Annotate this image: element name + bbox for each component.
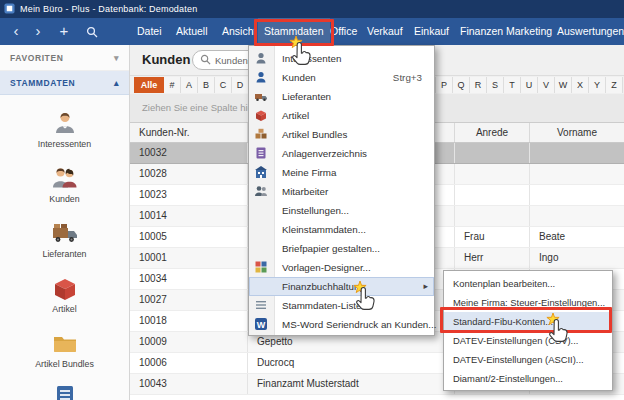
search-icon[interactable]	[82, 18, 102, 45]
menu-verkauf[interactable]: Verkauf	[361, 18, 409, 45]
menu-item-label: Vorlagen-Designer...	[282, 262, 371, 273]
ledger-icon	[254, 146, 268, 160]
menu-item-label: Artikel Bundles	[282, 129, 347, 140]
person-icon	[254, 51, 268, 65]
column-header-kundennr[interactable]: Kunden-Nr.	[130, 123, 248, 142]
cell-anrede: Frau	[455, 227, 530, 247]
sidebar-item-kunden[interactable]: Kunden	[0, 160, 129, 215]
alpha-filter-button[interactable]: X	[572, 77, 589, 93]
annotation-box-standard-fibu-konten	[440, 307, 612, 333]
building-icon	[254, 165, 268, 179]
alpha-filter-alle[interactable]: Alle	[134, 77, 164, 93]
submenu-item-datev-ascii[interactable]: DATEV-Einstellungen (ASCII)...	[444, 350, 612, 369]
cell-kundennr: 10006	[130, 353, 248, 373]
menu-item-artikel[interactable]: Artikel	[249, 106, 434, 125]
menu-item-stammdaten-listen[interactable]: Stammdaten-Listen	[249, 296, 434, 315]
app-icon	[4, 0, 15, 18]
menu-item-briefpapier-gestalten[interactable]: Briefpapier gestalten...	[249, 239, 434, 258]
column-header-anrede[interactable]: Anrede	[455, 123, 530, 142]
people-icon	[254, 184, 268, 198]
menu-item-finanzbuchhaltung[interactable]: Finanzbuchhaltung ▸	[249, 277, 434, 296]
sidebar-favorites-header[interactable]: FAVORITEN ▾	[0, 45, 129, 71]
sidebar-item-label: Artikel	[0, 304, 129, 314]
cell-kundennr: 10005	[130, 227, 248, 247]
menu-item-label: MS-Word Seriendruck an Kunden...	[282, 319, 436, 330]
menu-item-label: Einstellungen...	[282, 205, 349, 216]
alpha-filter-button[interactable]: #	[164, 77, 181, 93]
cell-vorname: Ingo	[530, 248, 624, 268]
truck-icon	[254, 89, 268, 103]
designer-icon	[254, 260, 268, 274]
alpha-filter-button[interactable]: V	[538, 77, 555, 93]
menu-item-label: Briefpapier gestalten...	[282, 243, 380, 254]
forward-icon[interactable]: ›	[28, 18, 48, 45]
menu-item-kunden[interactable]: Kunden Strg+3	[249, 68, 434, 87]
alpha-filter-button[interactable]: S	[487, 77, 504, 93]
cell-kundennr: 10027	[130, 290, 248, 310]
window-title: Mein Büro - Plus - Datenbank: Demodaten	[20, 4, 197, 14]
menu-item-lieferanten[interactable]: Lieferanten	[249, 87, 434, 106]
search-icon	[200, 51, 211, 69]
menu-item-meine-firma[interactable]: Meine Firma	[249, 163, 434, 182]
submenu-item-kontenplan[interactable]: Kontenplan bearbeiten...	[444, 274, 612, 293]
alpha-filter-button[interactable]: A	[181, 77, 198, 93]
cell-vorname	[530, 143, 624, 163]
alpha-filter-button[interactable]: C	[215, 77, 232, 93]
back-icon[interactable]: ‹	[6, 18, 26, 45]
sidebar-item-artikel[interactable]: Artikel	[0, 270, 129, 325]
list-icon	[254, 298, 268, 312]
menu-item-ms-word-seriendruck[interactable]: W MS-Word Seriendruck an Kunden...	[249, 315, 434, 334]
cell-anrede: Herr	[455, 248, 530, 268]
cell-anrede	[455, 206, 530, 226]
alpha-filter-button[interactable]: D	[232, 77, 249, 93]
cell-kundennr: 10028	[130, 164, 248, 184]
column-header-vorname[interactable]: Vorname	[530, 123, 624, 142]
alpha-filter-button[interactable]: U	[521, 77, 538, 93]
alpha-filter-button[interactable]: B	[198, 77, 215, 93]
submenu-item-datev-csv[interactable]: DATEV-Einstellungen (CSV)...	[444, 331, 612, 350]
sidebar-item-artikel-bundles[interactable]: Artikel Bundles	[0, 325, 129, 380]
submenu-item-diamant[interactable]: Diamant/2-Einstellungen...	[444, 369, 612, 388]
menu-item-kleinstammdaten[interactable]: Kleinstammdaten...	[249, 220, 434, 239]
menu-item-label: Kunden	[282, 72, 316, 83]
alpha-filter-button[interactable]: Q	[453, 77, 470, 93]
alpha-filter-button[interactable]: W	[555, 77, 572, 93]
menu-item-label: Lieferanten	[282, 91, 331, 102]
menu-aktuell[interactable]: Aktuell	[170, 18, 214, 45]
chevron-up-icon: ▴	[114, 71, 119, 95]
cell-kundennr: 10014	[130, 206, 248, 226]
people-icon	[0, 164, 129, 192]
menu-item-mitarbeiter[interactable]: Mitarbeiter	[249, 182, 434, 201]
menu-einkauf[interactable]: Einkauf	[408, 18, 455, 45]
menu-item-vorlagen-designer[interactable]: Vorlagen-Designer...	[249, 258, 434, 277]
menu-item-label: Kleinstammdaten...	[282, 224, 366, 235]
sidebar-item-label: Artikel Bundles	[0, 359, 129, 369]
alpha-filter-button[interactable]: P	[436, 77, 453, 93]
sidebar-item-partial[interactable]	[0, 380, 129, 400]
chevron-down-icon: ▾	[114, 45, 119, 71]
alpha-filter-button[interactable]: Z	[606, 77, 623, 93]
add-icon[interactable]: +	[54, 18, 74, 45]
menu-datei[interactable]: Datei	[131, 18, 168, 45]
alpha-filter-button[interactable]: Y	[589, 77, 606, 93]
cell-kundennr: 10032	[130, 143, 248, 163]
alpha-filter-button[interactable]: R	[470, 77, 487, 93]
cell-kundennr: 10034	[130, 269, 248, 289]
menu-item-interessenten[interactable]: Interessenten	[249, 49, 434, 68]
boxes-icon	[254, 127, 268, 141]
menu-marketing[interactable]: Marketing	[500, 18, 558, 45]
cell-vorname: Beate	[530, 227, 624, 247]
cell-kundennr: 10018	[130, 311, 248, 331]
sidebar-item-interessenten[interactable]: Interessenten	[0, 105, 129, 160]
menu-item-einstellungen[interactable]: Einstellungen...	[249, 201, 434, 220]
folder-icon	[0, 329, 129, 357]
sidebar-item-lieferanten[interactable]: Lieferanten	[0, 215, 129, 270]
sidebar-item-label: Lieferanten	[0, 249, 129, 259]
menu-item-anlagenverzeichnis[interactable]: Anlagenverzeichnis	[249, 144, 434, 163]
hand-cursor-icon	[350, 281, 380, 317]
sidebar-stammdaten-header[interactable]: STAMMDATEN ▴	[0, 71, 129, 95]
menu-item-artikel-bundles[interactable]: Artikel Bundles	[249, 125, 434, 144]
cell-kundennr: 10023	[130, 185, 248, 205]
alpha-filter-button[interactable]: T	[504, 77, 521, 93]
menu-auswertungen[interactable]: Auswertungen	[551, 18, 624, 45]
